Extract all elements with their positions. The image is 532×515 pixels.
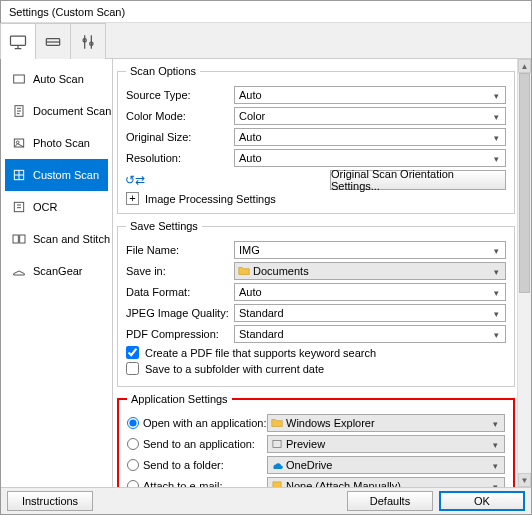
attach-email-radio[interactable]: Attach to e-mail: [127,480,267,487]
original-size-label: Original Size: [126,131,234,143]
scroll-body: Scan Options Source Type:Auto Color Mode… [113,59,531,487]
custom-scan-icon [11,167,27,183]
auto-scan-icon [11,71,27,87]
jpeg-quality-select[interactable]: Standard [234,304,506,322]
sidebar: Auto Scan Document Scan Photo Scan Custo… [1,59,113,487]
content: Auto Scan Document Scan Photo Scan Custo… [1,23,531,514]
onedrive-icon [269,457,285,473]
subfolder-date-checkbox[interactable]: Save to a subfolder with current date [126,362,506,375]
source-type-label: Source Type: [126,89,234,101]
save-in-label: Save in: [126,265,234,277]
none-icon [269,478,285,487]
settings-window: Settings (Custom Scan) Auto Scan Documen… [0,0,532,515]
svg-rect-10 [13,235,18,243]
tools-icon [78,32,98,52]
footer: Instructions Defaults OK [1,488,531,514]
svg-rect-4 [14,75,25,83]
send-app-select[interactable]: Preview [267,435,505,453]
explorer-icon [269,415,285,431]
send-folder-radio[interactable]: Send to a folder: [127,459,267,471]
file-name-combo[interactable]: IMG [234,241,506,259]
vertical-scrollbar[interactable]: ▲ ▼ [517,59,531,487]
photo-scan-icon [11,135,27,151]
plus-icon: + [126,192,139,205]
svg-rect-13 [273,482,281,487]
svg-rect-9 [14,202,23,211]
pdf-compression-select[interactable]: Standard [234,325,506,343]
sidebar-item-label: Custom Scan [33,169,99,181]
titlebar: Settings (Custom Scan) [1,1,531,23]
chevron-down-icon [489,307,503,319]
stitch-icon [11,231,27,247]
scrollbar-thumb[interactable] [519,73,530,293]
top-tab-bar [1,23,531,59]
image-processing-expand[interactable]: + Image Processing Settings [126,192,506,205]
tab-general-settings[interactable] [70,23,106,59]
chevron-down-icon [489,328,503,340]
ocr-icon [11,199,27,215]
chevron-down-icon [489,89,503,101]
rotate-reset-icon[interactable]: ↺⇄ [126,172,144,188]
instructions-button[interactable]: Instructions [7,491,93,511]
color-mode-select[interactable]: Color [234,107,506,125]
sidebar-item-label: ScanGear [33,265,83,277]
send-app-radio[interactable]: Send to an application: [127,438,267,450]
ok-button[interactable]: OK [439,491,525,511]
sidebar-item-custom-scan[interactable]: Custom Scan [5,159,108,191]
pdf-keyword-checkbox[interactable]: Create a PDF file that supports keyword … [126,346,506,359]
attach-email-select[interactable]: None (Attach Manually) [267,477,505,487]
save-settings-legend: Save Settings [126,220,202,232]
svg-rect-0 [11,36,26,45]
resolution-select[interactable]: Auto [234,149,506,167]
data-format-label: Data Format: [126,286,234,298]
chevron-down-icon [489,110,503,122]
defaults-button[interactable]: Defaults [347,491,433,511]
chevron-down-icon [489,286,503,298]
chevron-down-icon [489,265,503,277]
sidebar-item-document-scan[interactable]: Document Scan [5,95,108,127]
resolution-label: Resolution: [126,152,234,164]
svg-rect-11 [20,235,25,243]
chevron-down-icon [489,131,503,143]
monitor-icon [8,32,28,52]
jpeg-quality-label: JPEG Image Quality: [126,307,234,319]
scroll-up-button[interactable]: ▲ [518,59,531,73]
scan-options-legend: Scan Options [126,65,200,77]
scroll-down-button[interactable]: ▼ [518,473,531,487]
preview-icon [269,436,285,452]
sidebar-item-ocr[interactable]: OCR [5,191,108,223]
orientation-settings-button[interactable]: Original Scan Orientation Settings... [330,170,506,190]
chevron-down-icon [488,459,502,471]
save-in-select[interactable]: Documents [234,262,506,280]
chevron-down-icon [489,152,503,164]
svg-rect-12 [273,441,281,448]
original-size-select[interactable]: Auto [234,128,506,146]
source-type-select[interactable]: Auto [234,86,506,104]
scangear-icon [11,263,27,279]
application-settings-group: Application Settings Open with an applic… [117,393,515,487]
chevron-down-icon [488,438,502,450]
chevron-down-icon [488,480,502,487]
sidebar-item-label: Auto Scan [33,73,84,85]
window-title: Settings (Custom Scan) [9,6,125,18]
open-with-select[interactable]: Windows Explorer [267,414,505,432]
tab-scan-from-device[interactable] [35,23,71,59]
sidebar-item-label: Photo Scan [33,137,90,149]
chevron-down-icon [489,244,503,256]
scanner-icon [43,32,63,52]
send-folder-select[interactable]: OneDrive [267,456,505,474]
open-with-radio[interactable]: Open with an application: [127,417,267,429]
scroll-pane: Scan Options Source Type:Auto Color Mode… [113,59,531,487]
sidebar-item-label: OCR [33,201,57,213]
tab-scan-from-computer[interactable] [0,23,36,59]
file-name-label: File Name: [126,244,234,256]
sidebar-item-auto-scan[interactable]: Auto Scan [5,63,108,95]
sidebar-item-photo-scan[interactable]: Photo Scan [5,127,108,159]
sidebar-item-scan-and-stitch[interactable]: Scan and Stitch [5,223,108,255]
document-scan-icon [11,103,27,119]
pdf-compression-label: PDF Compression: [126,328,234,340]
data-format-select[interactable]: Auto [234,283,506,301]
scan-options-group: Scan Options Source Type:Auto Color Mode… [117,65,515,214]
sidebar-item-scangear[interactable]: ScanGear [5,255,108,287]
sidebar-item-label: Scan and Stitch [33,233,110,245]
